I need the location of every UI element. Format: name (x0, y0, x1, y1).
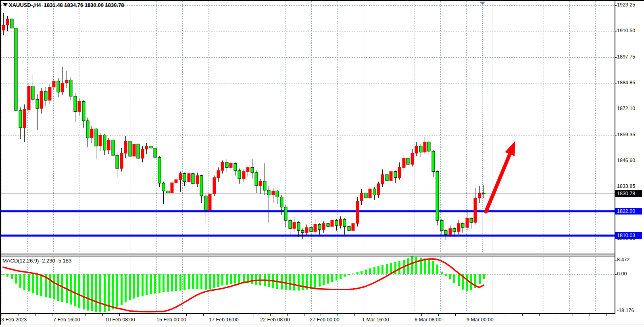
candle-bull (78, 101, 81, 111)
time-axis-label: 9 Mar 00:00 (467, 317, 494, 323)
candle-bull (369, 189, 371, 198)
support-line-1810-badge: 1810.03 (615, 232, 642, 239)
candle-bull (221, 162, 224, 171)
window-top-border (0, 0, 644, 1)
macd-histogram-bar (230, 274, 232, 284)
pane-divider[interactable] (0, 254, 615, 254)
candle-bear (453, 229, 456, 232)
candle-bear (440, 221, 443, 231)
candle-bull (6, 19, 9, 25)
macd-histogram-bar (40, 274, 42, 296)
candle-bear (15, 28, 17, 110)
candle-bull (124, 141, 127, 153)
candle-bull (99, 135, 102, 146)
candle-bull (474, 198, 477, 223)
macd-histogram-bar (28, 274, 30, 292)
macd-histogram-bar (99, 274, 101, 312)
candle-bear (116, 155, 119, 169)
candle-bull (377, 184, 380, 195)
macd-histogram-bar (352, 273, 354, 274)
macd-histogram-bar (217, 274, 219, 287)
macd-histogram-bar (369, 268, 371, 274)
plot-right-border (615, 1, 615, 314)
macd-histogram-bar (255, 274, 257, 285)
support-line-1822.00[interactable] (1, 210, 615, 212)
macd-histogram-bar (479, 274, 481, 284)
macd-histogram-bar (398, 261, 400, 274)
trend-arrow-shaft[interactable] (486, 151, 511, 212)
candle-bear (267, 190, 270, 195)
candle-bull (466, 218, 469, 227)
macd-histogram-bar (61, 274, 63, 302)
price-axis-label: 1884.85 (617, 80, 635, 85)
candle-bull (314, 225, 317, 232)
symbol-dropdown-icon (3, 3, 8, 6)
candle-bear (289, 221, 292, 229)
chart-shift-marker-icon[interactable] (479, 2, 486, 5)
macd-histogram-bar (163, 274, 165, 292)
chart-window: XAUUSD-,H4 1831.48 1834.76 1830.00 1830.… (0, 0, 644, 327)
macd-histogram-bar (441, 272, 443, 274)
candle-bear (137, 144, 140, 158)
macd-histogram-bar (336, 274, 338, 281)
candle-bear (280, 197, 283, 207)
macd-histogram-bar (226, 274, 228, 285)
candle-bull (229, 163, 232, 167)
candle-bear (436, 171, 439, 220)
price-axis-label: 1923.25 (617, 2, 635, 8)
candle-bear (461, 223, 464, 227)
candle-bear (192, 173, 194, 183)
candle-bear (386, 175, 388, 181)
candle-bull (61, 83, 64, 92)
candle-bull (322, 223, 325, 229)
candle-bear (82, 101, 85, 121)
macd-histogram-bar (221, 274, 223, 285)
candle-bear (348, 227, 350, 231)
candle-bear (297, 223, 300, 231)
macd-histogram-bar (196, 274, 198, 289)
candle-bull (65, 80, 68, 83)
price-axis-label: 1910.50 (617, 28, 635, 33)
candle-bull (179, 173, 182, 179)
candle-bull (390, 171, 392, 181)
macd-histogram-bar (348, 274, 350, 275)
macd-histogram-bar (74, 274, 76, 306)
trend-arrow-head[interactable] (505, 141, 515, 156)
candle-bear (162, 183, 165, 191)
macd-histogram-bar (386, 264, 388, 274)
candle-bull (449, 229, 452, 235)
candle-bull (133, 144, 135, 156)
candle-bull (48, 87, 51, 100)
candle-bear (310, 227, 313, 231)
macd-histogram-bar (238, 274, 240, 283)
candle-bear (69, 80, 72, 96)
candle-bull (360, 193, 363, 201)
candle-bear (301, 231, 304, 233)
candle-bull (2, 25, 5, 30)
candle-bear (36, 99, 39, 108)
time-axis-label: 17 Feb 16:00 (209, 317, 239, 323)
macd-histogram-bar (154, 274, 156, 294)
macd-histogram-bar (179, 274, 181, 291)
macd-histogram-bar (436, 265, 438, 274)
macd-histogram-bar (361, 271, 363, 274)
macd-histogram-bar (327, 274, 329, 283)
candle-bear (234, 163, 237, 171)
support-line-1810.03[interactable] (1, 235, 615, 237)
candle-bull (305, 227, 308, 233)
macd-histogram-bar (209, 274, 211, 289)
time-axis-label: 10 Feb 08:00 (105, 317, 135, 323)
candle-bull (52, 81, 55, 87)
price-axis-label: 1872.10 (617, 106, 635, 111)
candle-bear (251, 167, 254, 173)
chart-title: XAUUSD-,H4 1831.48 1834.76 1830.00 1830.… (9, 2, 124, 8)
macd-pane-bottom-border (0, 313, 615, 314)
macd-axis-min: -18.176 (617, 308, 634, 313)
candle-bear (406, 158, 409, 165)
macd-histogram-bar (19, 274, 21, 288)
candle-bear (238, 171, 241, 179)
macd-histogram-bar (415, 257, 417, 274)
chart-canvas[interactable] (0, 0, 644, 327)
candle-bear (225, 162, 228, 168)
macd-histogram-bar (171, 274, 173, 292)
